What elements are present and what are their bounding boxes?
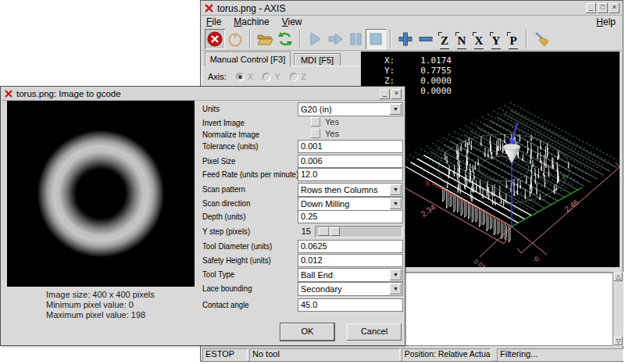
axis-radio-x[interactable] (236, 73, 245, 81)
view-z-button[interactable]: Z (436, 29, 453, 49)
estop-icon (206, 30, 223, 48)
axis-radio-y[interactable] (262, 73, 271, 81)
field-label-tool-type: Tool Type (202, 269, 234, 279)
field-units-select[interactable]: G20 (in)▼ (298, 102, 403, 116)
field-label-safety-height: Safety Height (units) (202, 255, 271, 265)
field-y-step-slider[interactable] (315, 226, 402, 237)
zoom-out-button[interactable] (416, 29, 436, 49)
field-depth-input[interactable]: 0.25 (298, 210, 403, 223)
dialog-minimize-button[interactable]: _ (380, 89, 390, 99)
field-contact-angle-input[interactable]: 45.0 (298, 298, 403, 312)
field-tolerance-input[interactable]: 0.001 (298, 140, 403, 153)
field-lace-bounding-select[interactable]: Secondary▼ (298, 282, 403, 296)
scrollbar-up-button[interactable]: △ (614, 273, 623, 281)
source-image (7, 101, 195, 287)
menu-item-machine[interactable]: Machine (234, 16, 269, 27)
field-tool-diameter-input[interactable]: 0.0625 (298, 240, 403, 253)
broom-icon (533, 30, 550, 48)
step-button[interactable] (325, 29, 345, 49)
estop-button[interactable] (205, 29, 225, 49)
zoom-in-button[interactable] (395, 29, 416, 49)
axis-app-icon (204, 3, 214, 13)
field-label-y-step: Y step (pixels) (202, 227, 250, 236)
chevron-down-icon: ▼ (390, 184, 402, 195)
reload-button[interactable] (275, 29, 295, 49)
scrollbar-down-button[interactable]: ▽ (614, 337, 623, 345)
dro-value: 1.0174 (409, 55, 452, 66)
dialog-titlebar[interactable]: torus.png: Image to gcode _ × (2, 87, 404, 101)
field-pixel-size-input[interactable]: 0.006 (298, 155, 403, 168)
field-scan-pattern-select[interactable]: Rows then Columns▼ (298, 183, 403, 197)
stop-button[interactable] (366, 29, 386, 49)
bracket-mark-icon (438, 32, 442, 36)
manual-panel-body: Axis: XYZ Continuous ▼ (202, 66, 359, 87)
field-scan-direction-value: Down Milling (301, 199, 349, 209)
field-label-contact-angle: Contact angle (202, 300, 249, 309)
power-icon (227, 30, 244, 48)
cancel-button[interactable]: Cancel (347, 323, 402, 341)
axis-window-title: torus.png - AXIS (217, 3, 285, 14)
field-safety-height-input[interactable]: 0.012 (298, 254, 403, 267)
tab-mdi[interactable]: MDI [F5] (294, 53, 341, 66)
pause-button[interactable] (345, 29, 366, 49)
bracket-mark-icon (455, 32, 459, 36)
menu-item-view[interactable]: View (282, 16, 302, 27)
field-label-normalize-image: Normalize Image (202, 130, 259, 139)
chevron-down-icon: ▼ (390, 269, 402, 280)
menu-item-help[interactable]: Help (596, 16, 616, 27)
svg-text:2.46: 2.46 (562, 198, 580, 214)
view-n-button[interactable]: N (453, 29, 470, 49)
open-file-button[interactable] (255, 29, 275, 49)
dro-line: Z:0.0000 (378, 76, 452, 86)
svg-text:-0.: -0. (532, 254, 542, 263)
view-p-button[interactable]: P (505, 29, 522, 49)
dro-value: 0.7755 (409, 66, 452, 76)
field-label-units: Units (202, 104, 220, 113)
field-feed-rate-input[interactable]: 12.0 (298, 168, 403, 181)
field-normalize-image-checkbox[interactable] (311, 129, 320, 138)
play-icon (306, 30, 323, 48)
dro-value: 0.0000 (409, 76, 452, 86)
step-arrow-icon (327, 30, 344, 48)
view-y-button[interactable]: Y (488, 29, 505, 49)
slider-handle[interactable] (319, 227, 340, 236)
axis-menubar: FileMachineViewHelp (202, 16, 622, 27)
axis-toolbar: ZNXYP (202, 28, 622, 51)
folder-icon (256, 30, 273, 48)
tab-manual-control[interactable]: Manual Control [F3] (205, 52, 291, 66)
image-to-gcode-dialog: torus.png: Image to gcode _ × Image size… (0, 86, 405, 346)
view-x-button[interactable]: X (470, 29, 488, 49)
status-tool: No tool (249, 348, 400, 361)
close-button[interactable]: × (609, 3, 620, 13)
gcode-scrollbar[interactable]: △ ▽ (613, 272, 623, 346)
machine-power-button[interactable] (225, 29, 245, 49)
stop-icon (367, 30, 384, 48)
field-tool-type-select[interactable]: Ball End▼ (298, 268, 403, 282)
maximize-button[interactable]: □ (598, 3, 608, 13)
menu-item-file[interactable]: File (206, 16, 221, 27)
view-letter: N (457, 34, 467, 49)
run-button[interactable] (305, 29, 325, 49)
minimize-button[interactable]: _ (586, 3, 596, 13)
field-label-tool-diameter: Tool Diameter (units) (202, 241, 272, 251)
image-info-line: Maximum pixel value: 198 (46, 310, 155, 320)
axis-titlebar[interactable]: torus.png - AXIS _ □ × (202, 2, 622, 16)
clear-plot-button[interactable] (531, 29, 552, 49)
axis-radio-z[interactable] (290, 73, 298, 81)
dialog-title: torus.png: Image to gcode (16, 89, 121, 98)
dro-label: X: (378, 55, 409, 66)
chevron-down-icon: ▼ (390, 284, 402, 294)
desktop: torus.png - AXIS _ □ × FileMachineViewHe… (0, 0, 625, 364)
toolbar-separator (249, 30, 251, 48)
pause-icon (347, 30, 364, 48)
field-scan-direction-select[interactable]: Down Milling▼ (298, 197, 403, 211)
field-invert-image-checkbox[interactable] (311, 117, 320, 127)
dialog-close-button[interactable]: × (391, 89, 402, 99)
bracket-mark-icon (507, 32, 511, 36)
status-position: Position: Relative Actual (402, 348, 491, 361)
svg-text:0.02: 0.02 (473, 258, 487, 267)
ok-button[interactable]: OK (280, 323, 334, 341)
image-info-line: Image size: 400 x 400 pixels (46, 290, 155, 300)
view-letter: Y (491, 34, 502, 49)
bracket-mark-icon (490, 32, 494, 36)
